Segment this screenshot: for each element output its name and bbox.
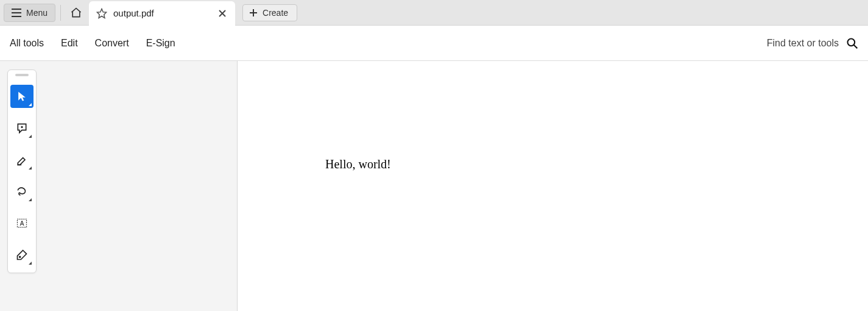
create-button-label: Create [263,8,288,18]
menu-button[interactable]: Menu [4,4,55,22]
highlight-icon [16,154,28,166]
side-panel: A [0,61,238,311]
svg-text:A: A [20,220,24,227]
tab-bar: Menu output.pdf Create [0,0,868,26]
plus-icon [249,9,258,17]
sign-tool[interactable] [10,243,34,266]
svg-marker-3 [97,9,107,18]
lasso-icon [16,185,28,198]
menu-button-label: Menu [26,8,48,18]
svg-point-8 [848,38,855,46]
document-content: Hello, world! [325,157,868,171]
home-button[interactable] [66,2,86,23]
draw-tool[interactable] [10,180,34,203]
drag-handle[interactable] [15,74,29,76]
menu-bar: All tools Edit Convert E-Sign Find text … [0,26,868,61]
menu-convert[interactable]: Convert [95,38,129,49]
work-area: A Hello, world! [0,61,868,311]
comment-tool[interactable] [10,116,34,140]
tab-divider [60,5,61,21]
menu-edit[interactable]: Edit [61,38,78,49]
fountain-pen-icon [16,249,28,261]
close-icon [219,10,226,17]
menu-all-tools[interactable]: All tools [10,38,44,49]
select-tool[interactable] [10,85,34,108]
highlight-tool[interactable] [10,148,34,171]
cursor-icon [16,90,28,102]
document-tab-title: output.pdf [113,8,210,18]
comment-icon [16,122,28,134]
text-box-tool[interactable]: A [10,212,34,235]
tab-close-button[interactable] [216,7,229,20]
search-button[interactable] [846,37,858,49]
search-icon [846,37,858,49]
document-viewport[interactable]: Hello, world! [238,61,868,311]
svg-point-15 [19,256,21,257]
hamburger-icon [12,9,21,17]
text-box-icon: A [16,217,28,229]
star-icon [96,8,107,19]
svg-line-9 [854,45,858,48]
tool-strip: A [7,70,37,273]
create-button[interactable]: Create [242,4,297,21]
home-icon [70,7,82,19]
document-tab[interactable]: output.pdf [89,1,235,26]
find-text-button[interactable]: Find text or tools [767,38,839,49]
menu-esign[interactable]: E-Sign [146,38,175,49]
